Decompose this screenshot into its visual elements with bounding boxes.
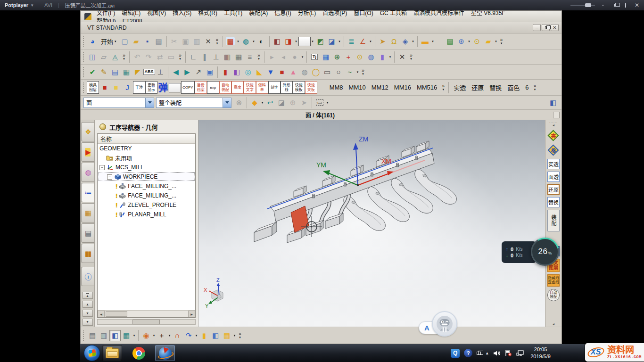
arc-icon[interactable]: ∩ xyxy=(172,330,183,341)
sphere-cyan-icon[interactable]: ◎ xyxy=(242,66,254,78)
blue-j-icon[interactable]: J xyxy=(122,82,133,93)
mm12-button[interactable]: MM12 xyxy=(369,84,391,91)
dock-collapse-top-icon[interactable]: ······◂ xyxy=(547,121,560,127)
volume-tray-icon[interactable] xyxy=(493,350,500,356)
align-list-icon[interactable]: ≡ xyxy=(244,51,256,63)
height-button[interactable]: 高度 xyxy=(231,81,244,94)
measure-dropdown[interactable]: ▾ xyxy=(431,40,435,43)
interference-button[interactable]: 干涉 xyxy=(133,81,145,94)
player-fullscreen-button[interactable] xyxy=(622,2,629,8)
solid-view-icon[interactable]: ◧ xyxy=(272,36,283,47)
snap-point-icon[interactable]: ◆ xyxy=(249,97,260,108)
help-tray-icon[interactable]: ? xyxy=(464,349,472,357)
graphics-viewport[interactable]: ZM YM XM xyxy=(198,120,545,327)
view-dropdown[interactable]: ▾ xyxy=(132,334,136,337)
globe-dropdown[interactable]: ▾ xyxy=(252,40,256,43)
sheet-icon[interactable]: ▤ xyxy=(445,36,456,47)
exp-button[interactable]: exp xyxy=(207,81,219,94)
copy-tool-button[interactable]: COPY xyxy=(181,81,195,94)
navigate-dropdown[interactable]: ▾ xyxy=(411,40,415,43)
scroll-first-button[interactable]: ▲ xyxy=(83,292,93,299)
check-icon[interactable]: ✔ xyxy=(87,66,98,78)
translucent-button[interactable]: 实透 xyxy=(451,83,469,92)
quick-text-button[interactable]: 快速文字 xyxy=(244,81,256,94)
transform-icon[interactable]: ▱ xyxy=(98,51,109,63)
replace-button[interactable]: 替换 xyxy=(547,197,560,207)
quick-clamp-button[interactable]: 快速夹板 xyxy=(305,81,317,94)
hidden-line-dashed-button[interactable]: 隐藏线变虚线 xyxy=(547,274,560,287)
view-mode-dropdown[interactable]: ▾ xyxy=(294,40,298,43)
torus-gold-icon[interactable]: ◯ xyxy=(310,66,322,78)
linked-gears-icon[interactable]: ⊛ xyxy=(233,97,245,108)
background-dropdown[interactable]: ▾ xyxy=(311,40,315,43)
taskbar-clock[interactable]: 20:05 2019/5/9 xyxy=(530,346,551,360)
cube-red-icon[interactable]: ■ xyxy=(276,66,288,78)
edit-overflow[interactable]: »▾ xyxy=(177,53,183,60)
info-list-icon[interactable]: ≣ xyxy=(346,36,357,47)
orient-view-icon[interactable]: ◩ xyxy=(315,36,326,47)
cube-purple-icon[interactable]: ◧ xyxy=(231,66,242,78)
tree-row-geometry[interactable]: GEOMETRY xyxy=(98,144,195,153)
grid-tool-icon[interactable]: ▦ xyxy=(320,51,331,63)
rect-icon[interactable]: ▭ xyxy=(322,66,333,78)
player-minimize-button[interactable] xyxy=(600,2,606,8)
network-tray-icon[interactable] xyxy=(516,350,524,356)
action-center-flag-icon[interactable] xyxy=(504,350,512,356)
scrollbar-thumb[interactable] xyxy=(106,311,127,317)
nx-close-button[interactable]: ✕ xyxy=(551,24,559,31)
face-color-button[interactable]: 面色 xyxy=(504,83,522,92)
align-mesh-icon[interactable]: ▦ xyxy=(233,51,244,63)
start-menu-button[interactable]: 开始▾ xyxy=(98,37,119,46)
web-info-tab[interactable]: ⓘ xyxy=(81,267,94,286)
row3-overflow[interactable]: »▾ xyxy=(360,68,366,75)
tools-dropdown[interactable]: ▾ xyxy=(388,55,392,59)
copy-icon[interactable]: ▣ xyxy=(180,36,191,47)
screen-layout-icon[interactable]: ▦ xyxy=(225,36,236,47)
column-red-icon[interactable]: ▮ xyxy=(220,66,231,78)
player-restore-button[interactable] xyxy=(611,2,618,8)
yellow-solid-icon[interactable]: ■ xyxy=(110,82,122,93)
robot-face-icon[interactable] xyxy=(432,311,457,337)
point-dropdown[interactable]: ▾ xyxy=(167,334,172,337)
align-perp-icon[interactable]: ⊥ xyxy=(210,51,222,63)
mm10-button[interactable]: MM10 xyxy=(346,84,369,91)
save-icon[interactable]: ▪ xyxy=(142,36,153,47)
constraint-dropdown[interactable]: ▾ xyxy=(300,55,305,59)
circle-icon[interactable]: ○ xyxy=(333,66,344,78)
mm8-button[interactable]: MM8 xyxy=(327,84,346,91)
view-triad[interactable]: Z Y X xyxy=(204,277,223,309)
bottom-overflow[interactable]: »▾ xyxy=(237,332,243,339)
locate-icon[interactable]: ⊕ xyxy=(287,97,298,108)
rect-select-icon[interactable]: ▭ xyxy=(314,97,325,108)
orient-dropdown[interactable]: ▾ xyxy=(338,40,342,43)
curve-icon[interactable]: ↷ xyxy=(183,330,194,341)
menu-item[interactable]: GC 工具箱 xyxy=(377,9,410,17)
program-order-view-icon[interactable]: ▤ xyxy=(87,330,98,341)
material-list-button[interactable]: 做料单 xyxy=(256,81,268,94)
wedge-gold-icon[interactable]: ◣ xyxy=(254,66,265,78)
tree-row-zlevel-profile[interactable]: ! ZLEVEL_PROFILE xyxy=(98,200,195,210)
bound-box-icon[interactable]: ▦ xyxy=(221,330,232,341)
tree-row-mcs-mill[interactable]: − MCS_MILL xyxy=(98,163,195,172)
datum-grid-icon[interactable]: ▦ xyxy=(121,66,132,78)
move-object-icon[interactable]: ◫ xyxy=(87,51,98,63)
perp-icon[interactable]: ⊥ xyxy=(155,66,166,78)
tree-row-face-milling-1[interactable]: ! FACE_MILLING_... xyxy=(98,181,195,191)
geometry-view-icon[interactable]: ◧ xyxy=(109,330,121,341)
blank-swatch[interactable] xyxy=(169,83,181,92)
rect-select-dropdown[interactable]: ▾ xyxy=(325,101,330,105)
constraint-dot-icon[interactable]: ● xyxy=(289,51,300,63)
restore-button[interactable]: 还原 xyxy=(469,83,487,92)
menu-item[interactable]: 视图(V) xyxy=(144,9,169,17)
curve-dropdown[interactable]: ▾ xyxy=(194,334,198,337)
datum-table-icon[interactable]: ▤ xyxy=(109,66,121,78)
ball-curve-dropdown[interactable]: ▾ xyxy=(152,334,156,337)
probe-icon[interactable]: ➤ xyxy=(298,97,310,108)
taskbar-chrome-button[interactable] xyxy=(129,345,149,361)
cut-icon[interactable]: ✂ xyxy=(169,36,180,47)
swap-icon[interactable]: ⇄ xyxy=(154,51,165,63)
panel-horizontal-scrollbar[interactable] xyxy=(97,319,196,325)
translucent-button[interactable]: 实透 xyxy=(547,159,560,169)
brush-dropdown[interactable]: ▾ xyxy=(494,40,498,43)
collapse-icon[interactable]: − xyxy=(107,174,112,180)
